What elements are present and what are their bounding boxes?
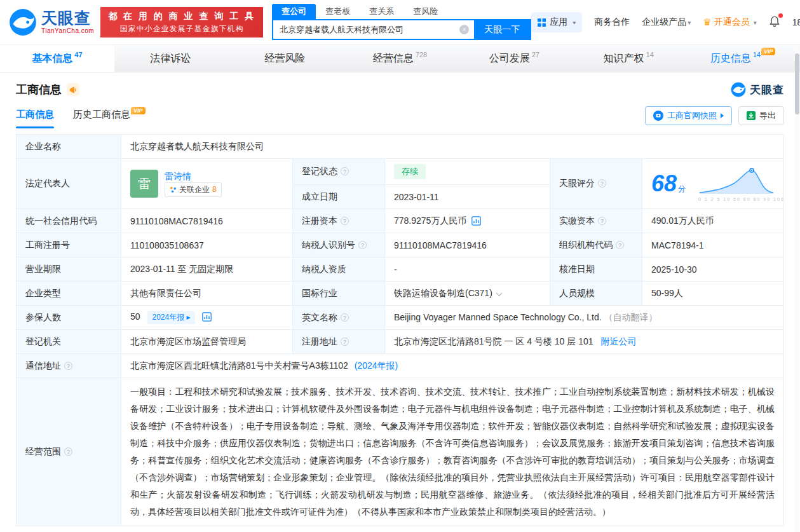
account-phone[interactable]: 186*...▾ [792, 17, 800, 27]
business-term-value: 2023-01-11 至 无固定期限 [121, 257, 293, 282]
subtab-actions: 工商官网快照 导出 [645, 106, 784, 130]
business-term-label: 营业期限 [17, 257, 121, 282]
crown-icon: ♛ [703, 17, 711, 28]
score-cell[interactable]: 68分 0 1 2 5 10 50 60 80 90 100 [642, 159, 784, 209]
export-label: 导出 [759, 110, 776, 121]
search-input[interactable] [273, 20, 459, 39]
apps-menu[interactable]: 应用 ▾ [531, 12, 582, 32]
account-phone-label: 186*... [792, 17, 800, 27]
subtab-business-info[interactable]: 工商信息 [16, 109, 54, 128]
tab-count: 14 [753, 51, 761, 58]
tab-operating-risk[interactable]: 经营风险 [229, 45, 343, 72]
related-companies-badge[interactable]: 关联企业 8 [165, 182, 222, 197]
approval-date-label: 核准日期 [550, 257, 642, 282]
reg-status-label: 登记状态? [293, 159, 385, 185]
nav-enterprise-products[interactable]: 企业级产品▾ [642, 17, 691, 28]
search-tabs: 查公司 查老板 查关系 查风险 [272, 4, 531, 19]
company-name-value: 北京穿越者载人航天科技有限公司 [121, 135, 784, 159]
help-icon[interactable]: ? [598, 217, 606, 225]
tab-basic-info[interactable]: 基本信息47 [0, 45, 114, 72]
apps-grid-icon [538, 18, 546, 27]
auto-translate-note: （自动翻译） [604, 312, 658, 322]
tab-company-development[interactable]: 公司发展27 [457, 45, 571, 72]
legal-rep-avatar[interactable]: 雷 [130, 170, 158, 198]
help-icon[interactable]: ? [64, 362, 72, 370]
help-icon[interactable]: ? [358, 241, 367, 249]
announcement-icon[interactable] [67, 83, 79, 96]
main-content: 工商信息 天眼查 工商信息 历史工商信息VIP 工商官网 [0, 82, 800, 526]
clear-icon[interactable]: × [459, 25, 469, 34]
nav-open-vip[interactable]: ♛ 开通会员 ▾ [703, 17, 756, 28]
approval-date-value: 2025-10-30 [642, 257, 784, 282]
table-row: 经营范围? 一般项目：工程和技术研究和试验发展；技术服务、技术开发、技术咨询、技… [17, 378, 784, 526]
related-network-icon [170, 186, 177, 193]
chevron-down-icon: ▾ [573, 19, 576, 26]
search-button[interactable]: 天眼一下 [474, 20, 530, 39]
annual-report-link[interactable]: (2024年报) [355, 360, 398, 371]
nav-business-cooperation[interactable]: 商务合作 [594, 17, 630, 28]
promo-line2: 国家中小企业发展子基金旗下机构 [108, 24, 255, 34]
legal-rep-cell: 雷 雷诗情 关联企业 8 [121, 159, 293, 209]
chevron-down-icon[interactable] [496, 290, 502, 296]
search-tab-boss[interactable]: 查老板 [316, 4, 360, 19]
tab-history-info[interactable]: 历史信息14VIP [686, 45, 800, 72]
status-badge: 存续 [394, 164, 426, 179]
help-icon[interactable]: ? [616, 241, 624, 249]
header-right-nav: 应用 ▾ 商务合作 企业级产品▾ ♛ 开通会员 ▾ 186*...▾ [531, 12, 800, 32]
tianyancha-logo-icon [731, 82, 746, 97]
scrollbar-thumb[interactable] [795, 53, 799, 114]
tab-legal-proceedings[interactable]: 法律诉讼 [114, 45, 229, 72]
vip-badge: VIP [761, 48, 776, 55]
tab-operating-info[interactable]: 经营信息728 [343, 45, 458, 72]
tianyancha-logo-icon [9, 8, 37, 36]
reg-number-value: 110108035108637 [121, 233, 293, 257]
table-row: 通信地址? 北京市海淀区西北旺镇北清路81号中关村壹号A3栋1102 (2024… [17, 354, 784, 378]
staff-size-value: 50-99人 [642, 282, 784, 306]
official-snapshot-button[interactable]: 工商官网快照 [645, 106, 732, 125]
insured-trend-icon[interactable] [202, 312, 212, 322]
search-tab-risk[interactable]: 查风险 [403, 4, 447, 19]
brand-name: 天眼查 [41, 10, 94, 26]
help-icon[interactable]: ? [341, 217, 349, 225]
credit-code-value: 91110108MAC7819416 [121, 209, 293, 233]
export-button[interactable]: 导出 [738, 106, 784, 125]
reg-authority-value: 北京市海淀区市场监督管理局 [121, 330, 293, 354]
annual-report-badge[interactable]: 2024年报 ▸ [147, 311, 194, 324]
promo-line1: 都 在 用 的 商 业 查 询 工 具 [108, 11, 255, 22]
industry-label: 国标行业 [293, 282, 385, 306]
staff-size-label: 人员规模 [550, 282, 642, 306]
insured-value: 50 2024年报 ▸ [121, 306, 293, 330]
table-row: 参保人数 50 2024年报 ▸ 英文名称? Beijing Voyager M… [17, 306, 784, 330]
tab-intellectual-property[interactable]: 知识产权14 [571, 45, 686, 72]
tab-label: 法律诉讼 [150, 52, 191, 65]
notification-bell[interactable] [769, 15, 780, 29]
help-icon[interactable]: ? [598, 179, 606, 188]
insured-label: 参保人数 [17, 306, 121, 330]
tab-label: 经营信息 [373, 52, 414, 65]
help-icon[interactable]: ? [341, 338, 349, 346]
help-icon[interactable]: ? [64, 447, 72, 456]
reg-address-label: 注册地址? [293, 330, 385, 354]
search-box: × 天眼一下 [272, 19, 531, 40]
score-chart: 0 1 2 5 10 50 60 80 90 100 [698, 167, 775, 201]
search-tab-relation[interactable]: 查关系 [360, 4, 403, 19]
company-type-value: 其他有限责任公司 [121, 282, 293, 306]
subtab-row: 工商信息 历史工商信息VIP 工商官网快照 导出 [16, 106, 784, 130]
export-excel-icon [747, 111, 756, 120]
subtab-history-business-info[interactable]: 历史工商信息VIP [73, 109, 146, 128]
business-scope-label: 经营范围? [17, 378, 121, 526]
capital-trend-icon[interactable] [471, 216, 481, 226]
top-header: 天眼查 TianYanCha.com 都 在 用 的 商 业 查 询 工 具 国… [0, 0, 800, 44]
legal-rep-name-link[interactable]: 雷诗情 [165, 171, 191, 181]
help-icon[interactable]: ? [341, 167, 349, 175]
table-row: 企业名称 北京穿越者载人航天科技有限公司 [17, 135, 784, 159]
reg-number-label: 工商注册号 [17, 233, 121, 257]
taxpayer-id-value: 91110108MAC7819416 [385, 233, 550, 257]
help-icon[interactable]: ? [341, 313, 349, 322]
table-row: 统一社会信用代码 91110108MAC7819416 注册资本? 778.92… [17, 209, 784, 233]
search-tab-company[interactable]: 查公司 [272, 4, 316, 19]
nav-enterprise-label: 企业级产品 [642, 17, 686, 27]
snapshot-icon [653, 111, 663, 121]
tianyancha-logo[interactable]: 天眼查 TianYanCha.com [9, 8, 94, 36]
nearby-companies-link[interactable]: 附近公司 [600, 336, 636, 346]
